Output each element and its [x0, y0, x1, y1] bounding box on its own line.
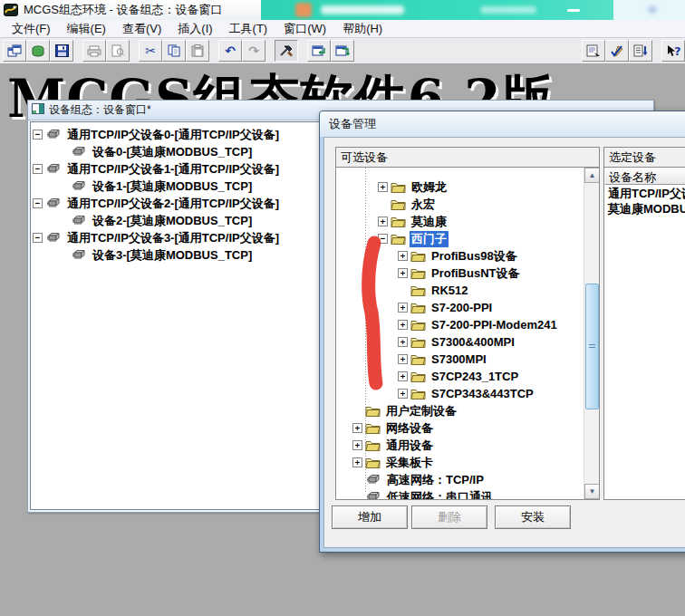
tree-item-label[interactable]: ProfiBus98设备 — [429, 248, 519, 265]
undo-button[interactable]: ↶ — [218, 40, 242, 62]
tree-item-label[interactable]: 通用TCP/IP父设备0-[通用TCP/IP父设备] — [65, 127, 281, 143]
available-device-item[interactable]: +S7CP243_1TCP — [336, 368, 584, 385]
expander-minus-icon[interactable]: − — [33, 233, 43, 243]
available-device-item[interactable]: +欧姆龙 — [336, 178, 584, 196]
available-device-item[interactable]: +S7300&400MPI — [336, 333, 584, 351]
properties-button[interactable] — [582, 40, 605, 62]
tree-item-label[interactable]: 设备3-[莫迪康MODBUS_TCP] — [91, 247, 254, 264]
expander-plus-icon[interactable]: + — [398, 354, 408, 364]
available-device-item[interactable]: +ProfiBusNT设备 — [336, 265, 584, 282]
validate-button[interactable] — [605, 40, 629, 62]
scrollbar-down-button[interactable]: ▼ — [584, 484, 599, 499]
toolbox-button[interactable] — [275, 40, 298, 62]
window-transfer-2-button[interactable] — [331, 40, 354, 62]
available-device-item[interactable]: +采集板卡 — [336, 454, 584, 471]
available-device-item[interactable]: +用户定制设备 — [336, 402, 584, 419]
tree-item-label[interactable]: 通用TCP/IP父设备3-[通用TCP/IP父设备] — [65, 230, 281, 246]
expander-plus-icon[interactable]: + — [352, 457, 362, 467]
context-help-button[interactable]: ? — [661, 40, 685, 62]
available-device-item[interactable]: +通用设备 — [336, 437, 584, 454]
tree-item-label[interactable]: 低速网络：串口通讯 — [385, 489, 495, 500]
available-device-item[interactable]: −西门子 — [336, 230, 584, 247]
available-device-item[interactable]: +RK512 — [336, 282, 584, 299]
tree-item-label[interactable]: S7-200-PPI-Modem241 — [429, 318, 559, 332]
window-transfer-1-button[interactable] — [307, 40, 331, 62]
tree-item-label[interactable]: 用户定制设备 — [384, 403, 458, 419]
paste-button[interactable] — [186, 40, 209, 62]
print-button[interactable] — [82, 40, 106, 62]
sort-button[interactable] — [629, 40, 652, 62]
tree-item-label[interactable]: 西门子 — [410, 231, 449, 247]
tree-item-label[interactable]: 设备1-[莫迪康MODBUS_TCP] — [91, 178, 254, 195]
expander-plus-icon[interactable]: + — [398, 268, 408, 278]
expander-plus-icon[interactable]: + — [378, 217, 388, 226]
background-chat-window — [261, 0, 613, 20]
menu-item-tools[interactable]: 工具(T) — [221, 19, 276, 39]
expander-minus-icon[interactable]: − — [33, 130, 43, 140]
expander-minus-icon[interactable]: − — [33, 198, 43, 208]
available-device-item[interactable]: +S7-200-PPI-Modem241 — [336, 316, 584, 333]
available-device-item[interactable]: +低速网络：串口通讯 — [336, 488, 584, 499]
available-device-item[interactable]: +高速网络：TCP/IP — [336, 471, 584, 488]
available-device-item[interactable]: +S7-200-PPI — [336, 299, 584, 316]
available-device-item[interactable]: +永宏 — [336, 196, 584, 213]
scrollbar-thumb[interactable] — [585, 284, 599, 409]
expander-plus-icon[interactable]: + — [398, 389, 408, 399]
save-button[interactable] — [50, 40, 73, 62]
expander-plus-icon[interactable]: + — [398, 251, 408, 261]
menu-item-view[interactable]: 查看(V) — [114, 19, 169, 39]
expander-plus-icon[interactable]: + — [378, 182, 388, 192]
selected-device-row[interactable]: 通用TCP/IP父设备 — [604, 185, 685, 200]
available-device-item[interactable]: +莫迪康 — [336, 213, 584, 230]
available-device-item[interactable]: +S7300MPI — [336, 351, 584, 368]
tree-scrollbar[interactable]: ▲ ▼ — [584, 168, 599, 499]
available-device-item[interactable]: +S7CP343&443TCP — [336, 385, 584, 402]
new-window-button[interactable] — [3, 40, 26, 62]
tree-item-label[interactable]: 设备0-[莫迪康MODBUS_TCP] — [91, 144, 254, 160]
expander-plus-icon[interactable]: + — [352, 440, 362, 450]
tree-indent — [336, 428, 352, 428]
expander-plus-icon[interactable]: + — [398, 320, 408, 330]
add-button[interactable]: 增加 — [332, 505, 408, 529]
tree-item-label[interactable]: 采集板卡 — [384, 455, 435, 471]
tree-item-label[interactable]: RK512 — [429, 284, 469, 297]
tree-item-label[interactable]: 通用TCP/IP父设备1-[通用TCP/IP父设备] — [65, 161, 281, 178]
tree-item-label[interactable]: 设备2-[莫迪康MODBUS_TCP] — [91, 213, 254, 229]
copy-button[interactable] — [162, 40, 186, 62]
available-device-item[interactable]: +网络设备 — [336, 419, 584, 437]
expander-plus-icon[interactable]: + — [398, 371, 408, 381]
install-button[interactable]: 安装 — [495, 505, 571, 529]
menu-item-window[interactable]: 窗口(W) — [275, 19, 334, 39]
menu-item-file[interactable]: 文件(F) — [4, 19, 59, 39]
tree-item-label[interactable]: S7-200-PPI — [429, 301, 494, 314]
selected-device-row[interactable]: 莫迪康MODBUS_TCP — [604, 200, 685, 216]
tree-item-label[interactable]: S7CP343&443TCP — [429, 387, 535, 400]
tree-item-label[interactable]: S7CP243_1TCP — [429, 370, 520, 383]
expander-minus-icon[interactable]: − — [33, 164, 43, 174]
available-device-item[interactable]: +ProfiBus98设备 — [336, 247, 584, 265]
tree-item-label[interactable]: 通用TCP/IP父设备2-[通用TCP/IP父设备] — [65, 196, 281, 212]
menu-item-help[interactable]: 帮助(H) — [334, 19, 391, 39]
tree-item-label[interactable]: S7300&400MPI — [429, 335, 516, 349]
tree-item-label[interactable]: 永宏 — [410, 197, 437, 213]
tree-item-label[interactable]: 通用设备 — [384, 438, 435, 454]
menu-item-edit[interactable]: 编辑(E) — [59, 19, 114, 39]
expander-plus-icon[interactable]: + — [352, 423, 362, 433]
cut-button[interactable]: ✂ — [139, 40, 162, 62]
expander-plus-icon[interactable]: + — [398, 303, 408, 313]
open-button[interactable] — [26, 40, 50, 62]
scrollbar-up-button[interactable]: ▲ — [584, 168, 599, 183]
print-preview-button[interactable] — [106, 40, 130, 62]
expander-minus-icon[interactable]: − — [378, 234, 388, 244]
tree-item-label[interactable]: 莫迪康 — [410, 214, 449, 230]
tree-item-label[interactable]: ProfiBusNT设备 — [429, 265, 522, 282]
device-name-column-header[interactable]: 设备名称 — [604, 168, 685, 185]
tree-item-label[interactable]: 高速网络：TCP/IP — [385, 472, 486, 488]
tree-item-label[interactable]: S7300MPI — [429, 352, 488, 366]
undo-icon: ↶ — [225, 44, 236, 57]
tree-item-label[interactable]: 欧姆龙 — [410, 179, 449, 196]
redo-button[interactable]: ↷ — [242, 40, 265, 62]
expander-plus-icon[interactable]: + — [398, 337, 408, 347]
menu-item-insert[interactable]: 插入(I) — [169, 19, 220, 39]
tree-item-label[interactable]: 网络设备 — [384, 420, 435, 437]
